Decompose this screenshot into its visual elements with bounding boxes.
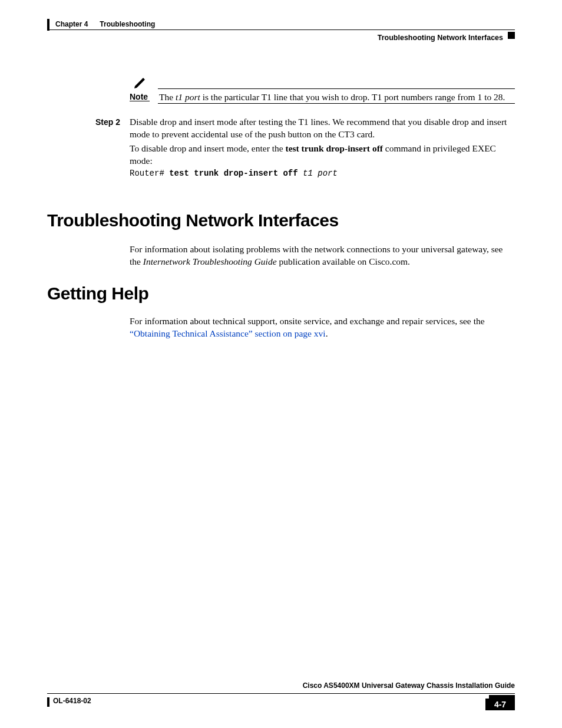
page: Chapter 4 Troubleshooting Troubleshootin…	[0, 0, 562, 728]
step-p2-pre: To disable drop and insert mode, enter t…	[130, 143, 286, 153]
step-code: Router# test trunk drop-insert off t1 po…	[130, 168, 515, 179]
footer-guide-title: Cisco AS5400XM Universal Gateway Chassis…	[303, 681, 515, 690]
footer-doc-number: OL-6418-02	[53, 696, 91, 706]
footer-rule	[47, 693, 515, 694]
header-chapter: Chapter 4 Troubleshooting	[55, 19, 155, 29]
heading-troubleshooting-network-interfaces: Troubleshooting Network Interfaces	[47, 209, 339, 233]
header-section: Troubleshooting Network Interfaces	[378, 33, 503, 43]
step-para-1: Disable drop and insert mode after testi…	[130, 116, 515, 141]
note-text-post: is the particular T1 line that you wish …	[200, 92, 505, 102]
note-text-pre: The	[159, 92, 176, 102]
footer-doc-accent	[47, 697, 49, 707]
gh-link[interactable]: “Obtaining Technical Assistance” section…	[130, 328, 326, 338]
tni-text-post: publication available on Cisco.com.	[277, 256, 410, 266]
gh-text-post: .	[326, 328, 328, 338]
code-prompt: Router#	[130, 169, 169, 178]
header-accent-bar	[47, 19, 49, 31]
footer-page-number: 4-7	[485, 699, 515, 710]
step-para-2: To disable drop and insert mode, enter t…	[130, 143, 515, 167]
step-p2-command: test trunk drop-insert off	[286, 143, 383, 153]
note-text-em: t1 port	[176, 92, 200, 102]
note-body: The t1 port is the particular T1 line th…	[159, 91, 515, 104]
code-command: test trunk drop-insert off	[169, 169, 297, 178]
heading-getting-help: Getting Help	[47, 282, 148, 306]
note-top-rule	[158, 88, 515, 89]
gh-paragraph: For information about technical support,…	[130, 315, 515, 340]
note-label-underline	[130, 101, 150, 101]
step-label: Step 2	[95, 117, 120, 128]
gh-text-pre: For information about technical support,…	[130, 316, 485, 326]
note-bottom-rule	[158, 103, 515, 104]
pencil-icon	[133, 75, 147, 90]
code-arg: t1 port	[298, 169, 338, 178]
tni-paragraph: For information about isolating problems…	[130, 243, 515, 268]
header-end-block	[508, 32, 515, 39]
tni-text-em: Internetwork Troubleshooting Guide	[143, 256, 277, 266]
header-rule	[47, 29, 515, 30]
